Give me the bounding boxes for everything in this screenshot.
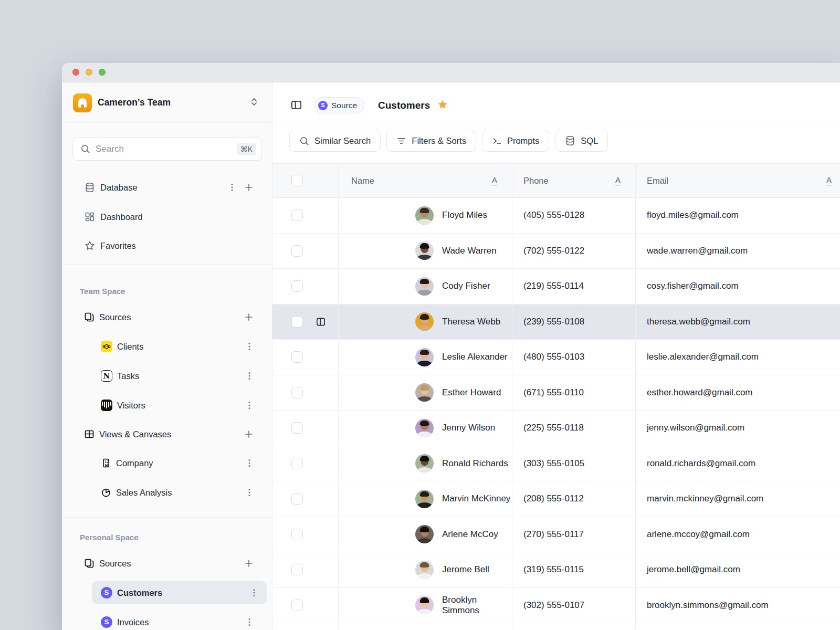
stripe-icon: S [318, 101, 328, 110]
add-plus-icon[interactable] [244, 429, 254, 439]
row-checkbox[interactable] [291, 600, 303, 611]
sidebar-item-visitors[interactable]: Visitors [67, 394, 267, 417]
close-window-button[interactable] [72, 69, 79, 76]
toolbar: Similar SearchFilters & SortsPromptsSQL [289, 130, 608, 152]
email-value: theresa.webb@gmail.com [636, 317, 750, 327]
sidebar-item-dashboard[interactable]: Dashboard [67, 205, 267, 228]
phone-value: (270) 555-0117 [512, 529, 584, 540]
kebab-menu-icon[interactable] [245, 488, 254, 497]
phone-cell: (405) 555-0128 [512, 198, 636, 233]
search-input[interactable]: Search ⌘K [72, 137, 262, 161]
table-row[interactable]: Jenny Wilson(225) 555-0118jenny.wilson@g… [272, 411, 840, 446]
kebab-menu-icon[interactable] [245, 617, 254, 627]
avatar [415, 525, 434, 543]
row-checkbox[interactable] [291, 564, 303, 575]
similar-search-button[interactable]: Similar Search [289, 130, 381, 152]
sidebar-item-sales-analysis[interactable]: Sales Analysis [67, 481, 267, 504]
phone-value: (671) 555-0110 [512, 387, 584, 398]
kebab-menu-icon[interactable] [250, 588, 258, 597]
add-plus-icon[interactable] [244, 312, 254, 322]
column-header-name[interactable]: NameA [339, 164, 512, 197]
row-checkbox[interactable] [291, 316, 303, 328]
database-icon [84, 182, 96, 193]
select-all-checkbox[interactable] [291, 175, 303, 186]
table-row[interactable]: Arlene McCoy(270) 555-0117arlene.mccoy@g… [272, 517, 840, 553]
sidebar-item-tasks[interactable]: NTasks [67, 364, 267, 387]
row-checkbox-cell [272, 517, 339, 552]
column-header-phone[interactable]: PhoneA [512, 164, 636, 197]
avatar [415, 206, 434, 225]
column-label: Phone [523, 176, 549, 186]
button-label: Filters & Sorts [412, 136, 466, 146]
row-checkbox[interactable] [291, 422, 303, 434]
sidebar-item-views-canvases[interactable]: Views & Canvases [67, 423, 267, 446]
workspace-row[interactable]: Cameron’s Team [62, 82, 272, 123]
email-cell: floyd.miles@gmail.com [636, 198, 840, 233]
source-type-badge[interactable]: S Source [314, 97, 364, 113]
workspace-name: Cameron’s Team [98, 97, 171, 108]
table-row[interactable]: Marvin McKinney(208) 555-0112marvin.mcki… [272, 481, 840, 517]
favorite-star-icon[interactable] [437, 99, 448, 110]
kebab-menu-icon[interactable] [245, 401, 254, 410]
table-row[interactable]: Wade Warren(702) 555-0122wade.warren@gma… [272, 234, 840, 269]
email-value: jenny.wilson@gmail.com [636, 423, 744, 433]
sidebar-item-sources[interactable]: Sources [67, 552, 267, 575]
filters-sorts-button[interactable]: Filters & Sorts [386, 130, 476, 152]
sidebar-item-sources[interactable]: Sources [67, 306, 267, 329]
phone-value: (302) 555-0107 [512, 600, 584, 611]
filter-icon [396, 136, 406, 146]
row-checkbox[interactable] [291, 458, 303, 469]
sidebar-item-label: Visitors [117, 401, 145, 411]
sidebar-item-company[interactable]: Company [67, 452, 267, 475]
table-row[interactable]: Leslie Alexander(480) 555-0103leslie.ale… [272, 340, 840, 375]
sidebar-item-label: Tasks [117, 371, 139, 381]
sort-alpha-icon[interactable]: A [615, 176, 621, 185]
zoom-window-button[interactable] [99, 69, 106, 76]
minimize-window-button[interactable] [86, 69, 92, 76]
add-plus-icon[interactable] [244, 183, 254, 192]
phone-cell: (225) 555-0118 [512, 411, 636, 446]
kebab-menu-icon[interactable] [245, 458, 254, 468]
phone-cell: (208) 555-0112 [512, 481, 636, 517]
cell [512, 623, 636, 629]
sidebar-item-customers[interactable]: SCustomers [92, 581, 267, 604]
table-row[interactable]: Esther Howard(671) 555-0110esther.howard… [272, 375, 840, 411]
kebab-menu-icon[interactable] [228, 183, 236, 192]
table-row[interactable]: Floyd Miles(405) 555-0128floyd.miles@gma… [272, 198, 840, 234]
email-value: ronald.richards@gmail.com [636, 458, 755, 469]
sidebar-toggle-icon[interactable] [291, 100, 302, 110]
column-header-email[interactable]: EmailA [636, 164, 840, 197]
sidebar-item-invoices[interactable]: SInvoices [67, 611, 267, 630]
workspace-switcher-chevrons-icon[interactable] [250, 97, 258, 109]
add-plus-icon[interactable] [244, 559, 254, 568]
row-checkbox[interactable] [291, 387, 303, 398]
sidebar-item-database[interactable]: Database [67, 176, 267, 199]
sort-alpha-icon[interactable]: A [826, 176, 832, 185]
row-checkbox-cell [272, 198, 339, 233]
sidebar-item-clients[interactable]: Clients [67, 335, 267, 358]
table-row[interactable]: Ronald Richards(303) 555-0105ronald.rich… [272, 446, 840, 482]
row-checkbox[interactable] [291, 280, 303, 292]
table-row[interactable]: Theresa Webb(239) 555-0108theresa.webb@g… [272, 304, 840, 340]
expand-row-icon[interactable] [316, 317, 326, 326]
phone-cell: (671) 555-0110 [512, 375, 636, 411]
phone-cell: (219) 555-0114 [512, 269, 636, 304]
phone-value: (319) 555-0115 [512, 564, 584, 575]
table-row[interactable]: Jerome Bell(319) 555-0115jerome.bell@gma… [272, 552, 840, 588]
prompts-button[interactable]: Prompts [482, 130, 549, 152]
sort-alpha-icon[interactable]: A [491, 176, 498, 185]
table-row[interactable]: Cody Fisher(219) 555-0114cosy.fisher@gma… [272, 269, 840, 304]
kebab-menu-icon[interactable] [245, 342, 254, 351]
row-checkbox[interactable] [291, 351, 303, 363]
cell [636, 623, 840, 629]
row-checkbox[interactable] [291, 209, 303, 221]
kebab-menu-icon[interactable] [245, 371, 254, 381]
row-checkbox[interactable] [291, 529, 303, 540]
sidebar-item-favorites[interactable]: Favorites [67, 234, 267, 257]
phone-cell: (302) 555-0107 [512, 588, 636, 623]
table-row[interactable]: Brooklyn Simmons(302) 555-0107brooklyn.s… [272, 588, 840, 624]
pie-icon [101, 487, 111, 498]
row-checkbox[interactable] [291, 245, 303, 257]
sql-button[interactable]: SQL [555, 130, 608, 152]
row-checkbox[interactable] [291, 493, 303, 505]
